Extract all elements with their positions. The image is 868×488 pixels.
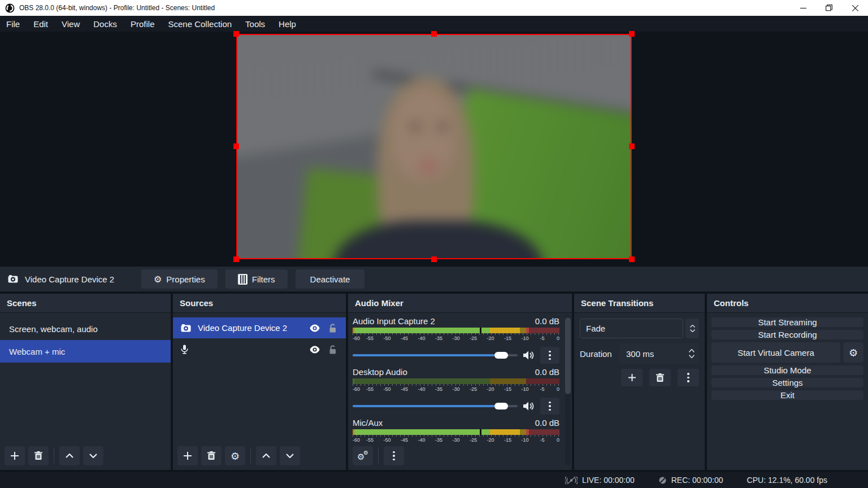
channel-menu-button[interactable] xyxy=(540,398,559,415)
lock-unlocked-icon[interactable] xyxy=(328,345,337,354)
controls-panel: Controls Start Streaming Start Recording… xyxy=(707,294,868,470)
close-button[interactable] xyxy=(842,0,868,16)
meter-ticks xyxy=(353,435,559,437)
transition-select[interactable]: Fade xyxy=(580,319,683,338)
stream-inactive-icon xyxy=(565,476,578,485)
handle-top-center[interactable] xyxy=(431,31,437,37)
sources-panel-title[interactable]: Sources xyxy=(173,294,346,313)
camera-icon xyxy=(181,324,191,332)
add-transition-button[interactable] xyxy=(621,369,643,386)
menu-file[interactable]: File xyxy=(0,16,27,32)
handle-bottom-center[interactable] xyxy=(431,256,437,262)
virtual-camera-settings-button[interactable]: ⚙ xyxy=(843,342,863,363)
mixer-channels: Audio Input Capture 2 0.0 dB -60-55-50-4… xyxy=(348,313,564,442)
menu-profile[interactable]: Profile xyxy=(124,16,162,32)
add-scene-button[interactable] xyxy=(5,446,25,465)
kebab-menu-icon xyxy=(549,351,551,360)
channel-name: Audio Input Capture 2 xyxy=(353,316,435,326)
obs-logo-icon xyxy=(5,3,15,13)
meter-scale: -60-55-50-45-40-35-30-25-20-15-10-50 xyxy=(353,437,559,442)
obs-window: { "window": { "title": "OBS 28.0.0 (64-b… xyxy=(0,0,868,488)
handle-top-left[interactable] xyxy=(233,31,239,37)
volume-slider[interactable] xyxy=(353,402,518,410)
scene-item-selected[interactable]: Webcam + mic xyxy=(0,340,171,363)
audio-mixer-title[interactable]: Audio Mixer xyxy=(348,294,572,313)
volume-slider-handle[interactable] xyxy=(494,403,508,409)
microphone-icon xyxy=(181,345,188,354)
duration-spinbox[interactable]: 300 ms xyxy=(619,343,699,364)
add-source-button[interactable] xyxy=(177,446,198,465)
menu-edit[interactable]: Edit xyxy=(27,16,55,32)
advanced-audio-properties-button[interactable]: ⚙ ⚙ xyxy=(353,446,373,465)
speaker-icon[interactable] xyxy=(523,351,535,360)
source-item-selected[interactable]: Video Capture Device 2 xyxy=(173,317,346,338)
channel-db-value: 0.0 dB xyxy=(535,316,559,326)
sources-list: Video Capture Device 2 Audio Input Captu… xyxy=(173,313,346,360)
duration-spinner-arrows[interactable] xyxy=(689,349,695,358)
move-source-down-button[interactable] xyxy=(280,446,300,465)
handle-bottom-right[interactable] xyxy=(629,256,635,262)
scene-transitions-title[interactable]: Scene Transitions xyxy=(574,294,705,313)
handle-bottom-left[interactable] xyxy=(233,256,239,262)
handle-middle-right[interactable] xyxy=(629,143,635,149)
restore-button[interactable] xyxy=(816,0,842,16)
scene-item[interactable]: Screen, webcam, audio xyxy=(0,317,171,340)
lock-unlocked-icon[interactable] xyxy=(328,324,337,333)
channel-name: Desktop Audio xyxy=(353,367,407,377)
meter-ticks xyxy=(353,384,559,386)
move-source-up-button[interactable] xyxy=(256,446,276,465)
remove-source-button[interactable] xyxy=(201,446,222,465)
handle-middle-left[interactable] xyxy=(233,143,239,149)
mixer-channel-desktop-audio: Desktop Audio 0.0 dB -60-55-50-45-40-35-… xyxy=(353,367,559,418)
source-item[interactable]: Audio Input Capture 2 xyxy=(173,339,346,360)
cpu-fps-stats: CPU: 12.1%, 60.00 fps xyxy=(747,476,827,485)
filters-button[interactable]: Filters xyxy=(225,269,288,289)
start-virtual-camera-button[interactable]: Start Virtual Camera xyxy=(711,342,840,363)
preview-canvas[interactable] xyxy=(0,32,868,267)
scenes-toolbar xyxy=(5,446,103,465)
visibility-eye-icon[interactable] xyxy=(309,346,320,354)
mixer-menu-button[interactable] xyxy=(384,446,404,465)
selection-border xyxy=(236,34,632,259)
remove-transition-button[interactable] xyxy=(649,369,671,386)
studio-mode-button[interactable]: Studio Mode xyxy=(711,365,863,375)
mixer-scrollbar[interactable] xyxy=(565,315,571,465)
deactivate-button[interactable]: Deactivate xyxy=(296,269,365,289)
transition-select-spinner[interactable] xyxy=(685,319,699,338)
volume-slider-handle[interactable] xyxy=(494,352,508,359)
mixer-scrollbar-thumb[interactable] xyxy=(565,317,571,394)
double-gear-icon: ⚙ ⚙ xyxy=(357,451,368,461)
channel-name: Mic/Aux xyxy=(353,418,383,428)
properties-button[interactable]: ⚙ Properties xyxy=(141,269,218,289)
speaker-icon[interactable] xyxy=(523,402,535,411)
remove-scene-button[interactable] xyxy=(28,446,49,465)
menu-docks[interactable]: Docks xyxy=(86,16,124,32)
source-properties-button[interactable]: ⚙ xyxy=(225,446,245,465)
menu-view[interactable]: View xyxy=(55,16,86,32)
video-preview[interactable] xyxy=(236,34,632,259)
mixer-toolbar: ⚙ ⚙ xyxy=(353,446,404,465)
live-time: LIVE: 00:00:00 xyxy=(582,476,635,485)
settings-button[interactable]: Settings xyxy=(711,378,863,387)
menu-tools[interactable]: Tools xyxy=(238,16,272,32)
sources-toolbar: ⚙ xyxy=(177,446,300,465)
channel-menu-button[interactable] xyxy=(540,347,559,364)
menu-help[interactable]: Help xyxy=(272,16,303,32)
minimize-button[interactable] xyxy=(790,0,816,16)
handle-top-right[interactable] xyxy=(629,31,635,37)
move-scene-down-button[interactable] xyxy=(83,446,103,465)
volume-meter xyxy=(353,429,559,435)
start-streaming-button[interactable]: Start Streaming xyxy=(711,317,863,327)
start-recording-button[interactable]: Start Recording xyxy=(711,330,863,339)
move-scene-up-button[interactable] xyxy=(59,446,80,465)
channel-db-value: 0.0 dB xyxy=(535,367,559,377)
volume-slider[interactable] xyxy=(353,351,518,359)
scenes-panel-title[interactable]: Scenes xyxy=(0,294,171,313)
transition-menu-button[interactable] xyxy=(678,369,699,386)
menu-scene-collection[interactable]: Scene Collection xyxy=(162,16,239,32)
volume-meter xyxy=(353,328,559,333)
visibility-eye-icon[interactable] xyxy=(309,324,320,332)
controls-panel-title[interactable]: Controls xyxy=(707,294,868,313)
exit-button[interactable]: Exit xyxy=(711,390,863,400)
gear-icon: ⚙ xyxy=(154,274,162,285)
